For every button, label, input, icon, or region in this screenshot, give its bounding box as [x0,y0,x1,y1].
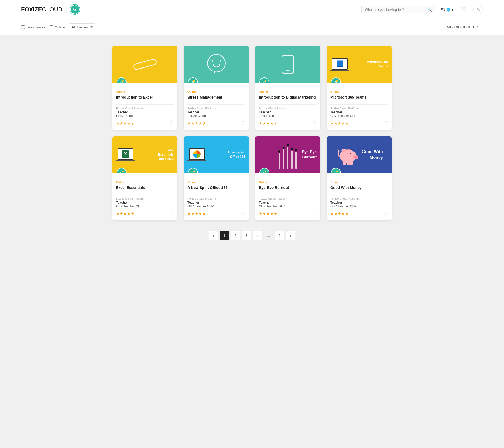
card-title: Introduction to Digital Marketing [259,95,317,100]
globe-icon: 🌐 [446,8,450,12]
card-title: Microsoft 365 Teams [330,95,388,100]
card-title: A New Spin: Office 365 [187,185,245,190]
card-intro-excel: G ★ Online Introduction to Excel Foxize … [112,46,177,130]
favorite-button[interactable]: ♡ [241,211,245,217]
favorite-button[interactable]: ♡ [241,120,245,126]
card-thumbnail[interactable]: G ★ [112,46,177,83]
card-body: Online Excel Essentials Foxize Cloud Pla… [112,173,177,220]
card-thumbnail[interactable]: Bye-ByeBurnout G ★ [255,136,320,173]
badge-online: Online [259,90,317,93]
pagination-next[interactable]: › [286,231,295,240]
favorites-button[interactable]: ♡ [459,5,468,14]
badge-online: Online [187,181,245,184]
language-selector[interactable]: EN 🌐 ▾ [440,8,453,12]
card-title: Stress Management [187,95,245,100]
svg-point-36 [351,153,351,154]
pagination-page-2[interactable]: 2 [231,231,240,240]
card-platform: Foxize Cloud Platform [116,107,174,110]
favorite-button[interactable]: ♡ [169,120,174,126]
svg-point-30 [353,155,358,159]
card-body: Online A New Spin: Office 365 Foxize Clo… [184,173,249,220]
card-footer: ★★★★★ ♡ [187,211,245,217]
card-thumbnail[interactable]: G ★ [184,46,249,83]
pagination-page-3[interactable]: 3 [242,231,251,240]
card-teacher-label: Teacher [330,110,388,114]
theme-dropdown[interactable]: All themes [69,23,95,31]
card-body: Online Good With Money Foxize Cloud Plat… [327,173,392,220]
card-thumbnail[interactable]: 🟦 Microsoft 365:Teams G ★ [327,46,392,83]
card-platform: Foxize Cloud Platform [330,197,388,200]
card-thumbnail[interactable]: Good WithMoney G ★ [327,136,392,173]
pagination-page-6[interactable]: 6 [275,231,284,240]
card-teacher-name: GHZ Teacher GHZ [187,204,245,208]
favorite-button[interactable]: ♡ [384,120,388,126]
logo-light: CLOUD [42,6,62,13]
card-body: Online Bye-Bye Burnout Foxize Cloud Plat… [255,173,320,220]
card-teacher-name: Foxize Cloud [259,114,317,118]
card-thumbnail[interactable]: G ★ [255,46,320,83]
star-rating: ★★★★★ [330,211,349,216]
logo-divider: | [65,6,67,13]
live-classes-label: Live-classes [26,25,45,29]
favorite-button[interactable]: ♡ [312,120,317,126]
card-footer: ★★★★★ ♡ [259,211,317,217]
card-teacher-name: Foxize Cloud [116,114,174,118]
favorite-button[interactable]: ♡ [384,211,388,217]
card-footer: ★★★★⯨ ♡ [187,120,245,126]
card-thumbnail[interactable]: A new spin:Office 365 G ★ [184,136,249,173]
badge-online: Online [116,181,174,184]
card-new-spin-office365: A new spin:Office 365 G ★ Online A New S… [184,136,249,220]
card-footer: ★★★★⯨ ♡ [116,120,174,126]
svg-rect-39 [350,162,353,165]
pagination-page-4[interactable]: 4 [253,231,262,240]
favorite-button[interactable]: ♡ [169,211,174,217]
card-body: Online Introduction to Digital Marketing… [255,83,320,130]
card-footer: ★★★★★ ♡ [330,120,388,126]
search-bar[interactable]: 🔍 [361,6,435,13]
card-teacher-name: Foxize Cloud [187,114,245,118]
star-rating: ★★★★⯨ [116,121,135,126]
svg-rect-40 [346,149,350,150]
svg-point-31 [355,157,356,158]
logo-circle: G [70,5,80,14]
card-title: Good With Money [330,185,388,190]
card-platform: Foxize Cloud Platform [259,197,317,200]
pagination-prev[interactable]: ‹ [209,231,218,240]
card-footer: ★★★★★ ♡ [330,211,388,217]
card-body: Online Stress Management Foxize Cloud Pl… [184,83,249,130]
pagination-ellipsis: ... [264,231,273,240]
logo-text: FOXIZECLOUD [21,6,62,13]
card-platform: Foxize Cloud Platform [330,107,388,110]
card-title: Introduction to Excel [116,95,174,100]
card-teacher-name: GHZ Teacher GHZ [330,114,388,118]
svg-point-35 [350,153,351,154]
card-platform: Foxize Cloud Platform [187,107,245,110]
pagination-page-1[interactable]: 1 [220,231,229,240]
online-filter[interactable]: Online [50,25,65,29]
favorite-button[interactable]: ♡ [312,211,317,217]
card-digital-marketing: G ★ Online Introduction to Digital Marke… [255,46,320,130]
card-platform: Foxize Cloud Platform [116,197,174,200]
card-body: Online Microsoft 365 Teams Foxize Cloud … [327,83,392,130]
card-teacher-label: Teacher [187,110,245,114]
badge-online: Online [330,181,388,184]
badge-online: Online [116,90,174,93]
live-classes-checkbox[interactable] [21,25,25,29]
logo-bold: FOXIZE [21,6,42,13]
filter-bar: Live-classes Online All themes ADVANCED … [0,19,504,35]
card-teacher-label: Teacher [259,201,317,204]
card-teacher-name: GHZ Teacher GHZ [116,204,174,208]
online-label: Online [55,25,65,29]
advanced-filter-button[interactable]: ADVANCED FILTER [442,23,483,31]
svg-rect-38 [347,162,350,165]
online-checkbox[interactable] [50,25,53,29]
card-thumbnail[interactable]: X ExcelEssentials(Office 365) G ★ [112,136,177,173]
search-input[interactable] [365,8,425,12]
user-profile-button[interactable] [473,5,483,14]
card-excel-essentials: X ExcelEssentials(Office 365) G ★ Online… [112,136,177,220]
card-teacher-label: Teacher [330,201,388,204]
card-teacher-label: Teacher [116,110,174,114]
logo: FOXIZECLOUD | G [21,5,80,14]
header: FOXIZECLOUD | G 🔍 EN 🌐 ▾ ♡ [0,0,504,19]
live-classes-filter[interactable]: Live-classes [21,25,45,29]
